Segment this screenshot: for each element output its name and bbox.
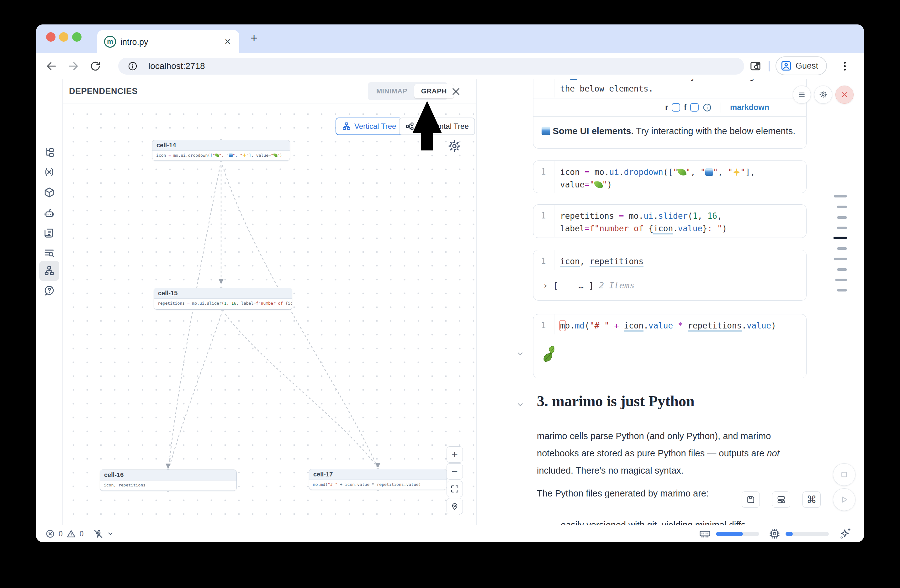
minimap-cell-marker[interactable] <box>837 268 847 271</box>
tab-search-icon[interactable] <box>749 60 762 73</box>
code-line[interactable]: the below elements. <box>560 82 802 95</box>
chevron-down-icon[interactable] <box>107 530 114 537</box>
new-tab-button[interactable]: + <box>248 32 260 45</box>
format-shortcut-label: f <box>684 103 686 111</box>
node-code: mo.md("# " + icon.value * repetitions.va… <box>309 480 447 489</box>
back-icon[interactable] <box>45 60 57 72</box>
momd-code-cell[interactable]: 1 mo.md("# " + icon.value * repetitions.… <box>533 314 807 378</box>
minimize-window-button[interactable] <box>59 32 68 42</box>
warnings-icon[interactable] <box>67 529 76 538</box>
graph-node-cell-16[interactable]: cell-16 icon, repetitions <box>100 469 237 491</box>
play-icon <box>839 495 849 504</box>
code-line[interactable]: repetitions = mo.ui.slider(1, 16, <box>560 210 802 222</box>
close-panel-icon[interactable] <box>451 87 461 96</box>
ai-sparkle-icon[interactable] <box>839 528 851 540</box>
code-line[interactable]: mo.md("# " + icon.value * repetitions.va… <box>560 319 802 332</box>
locate-node-button[interactable] <box>447 498 463 514</box>
sidebar-item-snippets[interactable] <box>39 223 59 243</box>
graph-node-cell-15[interactable]: cell-15 repetitions = mo.ui.slider(1, 16… <box>154 288 292 309</box>
url-text: localhost:2718 <box>148 61 205 71</box>
clipped-list-item: easily versioned with git, yielding mini… <box>561 517 812 525</box>
reload-icon[interactable] <box>89 60 101 72</box>
leaf-output <box>534 338 806 371</box>
minimap-current-cell-marker[interactable] <box>833 237 847 239</box>
run-all-button[interactable] <box>833 488 855 511</box>
graph-settings-icon[interactable] <box>448 139 461 153</box>
sidebar-item-ai-assistant[interactable] <box>39 203 59 223</box>
line-number: 1 <box>541 211 546 220</box>
minimap-cell-marker[interactable] <box>835 279 847 281</box>
warning-count: 0 <box>80 530 84 538</box>
browser-menu-icon[interactable] <box>839 60 851 72</box>
tuple-code-cell[interactable]: 1 icon, repetitions › [ … ] 2 Items <box>533 250 807 300</box>
notebook-settings-button[interactable] <box>814 85 832 104</box>
address-bar[interactable]: localhost:2718 <box>118 58 744 74</box>
shortcut-key-icon <box>690 103 699 111</box>
cpu-icon <box>769 528 781 540</box>
layout-toggle-button[interactable] <box>772 492 790 508</box>
fullscreen-icon <box>450 484 459 494</box>
minimap-cell-marker[interactable] <box>837 289 847 291</box>
language-toggle[interactable]: markdown <box>730 103 769 112</box>
browser-window: m intro.py ✕ + localhost:2718 Guest <box>36 25 864 542</box>
sidebar-item-packages[interactable] <box>39 183 59 203</box>
fit-view-button[interactable] <box>447 481 463 497</box>
cpu-usage-bar <box>785 532 829 536</box>
collapse-output-icon[interactable] <box>516 350 524 358</box>
sidebar-item-search-logs[interactable] <box>39 243 59 263</box>
stop-button[interactable] <box>833 463 855 486</box>
forward-icon[interactable] <box>67 60 79 72</box>
command-icon: ⌘ <box>807 494 816 506</box>
collapse-section-icon[interactable] <box>516 401 524 409</box>
close-window-button[interactable] <box>46 32 56 42</box>
node-title: cell-16 <box>100 470 236 481</box>
minimap-cell-marker[interactable] <box>837 227 847 229</box>
minimap-cell-marker[interactable] <box>837 247 847 250</box>
code-line[interactable]: value="") <box>560 178 802 191</box>
tab-graph[interactable]: GRAPH <box>414 84 454 98</box>
browser-tab[interactable]: m intro.py ✕ <box>97 30 239 53</box>
zoom-window-button[interactable] <box>72 32 82 42</box>
slider-code-cell[interactable]: 1 repetitions = mo.ui.slider(1, 16, labe… <box>533 204 807 238</box>
dropdown-code-cell[interactable]: 1 icon = mo.ui.dropdown(["", "", ""], va… <box>533 161 807 193</box>
zoom-out-button[interactable]: − <box>447 463 463 480</box>
code-line[interactable]: label=f"number of {icon.value}: ") <box>560 222 802 235</box>
vertical-tree-button[interactable]: Vertical Tree <box>335 118 402 135</box>
graph-node-cell-14[interactable]: cell-14 icon = mo.ui.dropdown(["", "", "… <box>152 140 290 161</box>
markdown-cell[interactable]: 1 ** Some UI elements.** Try interacting… <box>533 79 807 149</box>
code-line[interactable]: ** Some UI elements.** Try interacting w… <box>560 79 802 82</box>
code-line[interactable]: icon = mo.ui.dropdown(["", "", ""], <box>560 166 802 178</box>
shutdown-button[interactable] <box>835 85 853 104</box>
sidebar-item-help[interactable] <box>39 280 59 300</box>
minimap-cell-marker[interactable] <box>834 258 847 260</box>
disconnected-icon[interactable] <box>93 529 103 539</box>
menu-icon <box>798 91 806 99</box>
vertical-tree-label: Vertical Tree <box>354 122 396 131</box>
minimap-cell-marker[interactable] <box>837 216 847 219</box>
graph-node-cell-17[interactable]: cell-17 mo.md("# " + icon.value * repeti… <box>309 469 447 490</box>
tab-close-icon[interactable]: ✕ <box>223 37 232 46</box>
node-code: icon, repetitions <box>100 481 236 490</box>
sidebar-item-file-explorer[interactable] <box>39 142 59 162</box>
horizontal-tree-button[interactable]: Horizontal Tree <box>399 118 475 135</box>
zoom-in-button[interactable]: + <box>447 446 463 463</box>
view-switcher: MINIMAP GRAPH <box>368 82 447 100</box>
dependencies-title: DEPENDENCIES <box>69 87 138 96</box>
minimap-cell-marker[interactable] <box>834 195 847 198</box>
tab-minimap[interactable]: MINIMAP <box>369 84 414 98</box>
tuple-output[interactable]: › [ … ] 2 Items <box>534 273 806 298</box>
graph-canvas[interactable] <box>63 104 476 525</box>
code-line[interactable]: icon, repetitions <box>560 255 802 268</box>
footer-divider <box>721 102 721 113</box>
profile-button[interactable]: Guest <box>776 56 827 75</box>
line-number: 1 <box>541 167 546 176</box>
sidebar-item-dependency-graph[interactable] <box>39 261 59 281</box>
site-info-icon[interactable] <box>128 61 138 71</box>
minimap-cell-marker[interactable] <box>837 206 847 208</box>
info-icon[interactable] <box>703 103 712 112</box>
keyboard-shortcuts-button[interactable]: ⌘ <box>802 492 821 508</box>
errors-icon[interactable] <box>45 529 55 538</box>
sidebar-item-variables[interactable] <box>39 162 59 182</box>
cell-menu-button[interactable] <box>793 85 811 104</box>
save-button[interactable] <box>742 492 760 508</box>
